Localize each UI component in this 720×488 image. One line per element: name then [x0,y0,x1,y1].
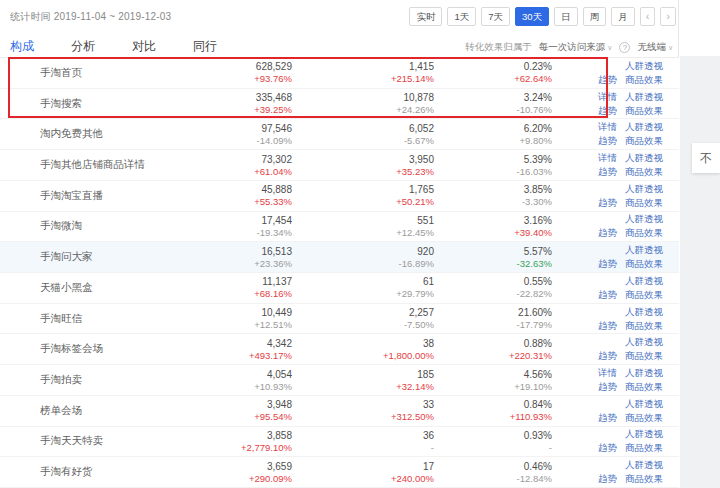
action-link-product-effect[interactable]: 商品效果 [625,473,663,485]
action-link-audience-insight[interactable]: 人群透视 [625,152,663,164]
time-range-button-realtime[interactable]: 实时 [409,7,442,26]
buyers-cell: 551 +12.45% [292,212,434,242]
metric-delta: +240.00% [292,473,434,485]
metric-value: 0.46% [434,460,552,473]
conversion-label: 转化效果归属于 [465,41,532,54]
metric-value: 16,513 [190,245,292,258]
metric-value: 4.56% [434,368,552,381]
metric-value: 1,765 [292,183,434,196]
action-link-trend[interactable]: 趋势 [598,166,617,178]
time-range-button-30d[interactable]: 30天 [515,7,549,26]
time-range-button-7d[interactable]: 7天 [481,7,510,26]
action-link-trend[interactable]: 趋势 [598,442,617,454]
metric-delta: +61.04% [190,166,292,178]
next-period-button[interactable]: › [660,7,676,26]
terminal-select[interactable]: 无线端∨ [637,41,673,54]
action-link-audience-insight[interactable]: 人群透视 [625,121,663,133]
metric-value: 335,468 [190,91,292,104]
action-link-audience-insight[interactable]: 人群透视 [625,367,663,379]
conversion-cell: 21.60% -17.79% [434,304,552,334]
action-link-trend[interactable]: 趋势 [598,350,617,362]
table-row: 榜单会场 3,948 +95.54% 33 +312.50% 0.84% +11… [0,396,679,427]
metric-value: 5.57% [434,245,552,258]
action-link-product-effect[interactable]: 商品效果 [625,166,663,178]
action-link-product-effect[interactable]: 商品效果 [625,320,663,332]
action-link-product-effect[interactable]: 商品效果 [625,442,663,454]
conversion-cell: 3.85% -3.30% [434,181,552,211]
action-link-product-effect[interactable]: 商品效果 [625,412,663,424]
actions-cell: 详情人群透视 趋势商品效果 [552,365,679,395]
action-link-product-effect[interactable]: 商品效果 [625,289,663,301]
action-link-trend[interactable]: 趋势 [598,412,617,424]
action-link-audience-insight[interactable]: 人群透视 [625,306,663,318]
action-link-product-effect[interactable]: 商品效果 [625,105,663,117]
visitors-cell: 3,659 +290.09% [190,457,292,487]
action-link-detail[interactable]: 详情 [598,121,617,133]
tab-peers[interactable]: 同行 [193,38,217,55]
action-link-audience-insight[interactable]: 人群透视 [625,336,663,348]
action-link-trend[interactable]: 趋势 [598,135,617,147]
action-link-detail[interactable]: 详情 [598,91,617,103]
table-row: 手淘旺信 10,449 +12.51% 2,257 -7.50% 21.60% … [0,304,679,335]
action-link-audience-insight[interactable]: 人群透视 [625,428,663,440]
conversion-cell: 5.57% -32.63% [434,242,552,272]
action-link-audience-insight[interactable]: 人群透视 [625,91,663,103]
time-range-button-day[interactable]: 日 [554,7,578,26]
action-link-audience-insight[interactable]: 人群透视 [625,459,663,471]
info-icon[interactable]: ? [619,42,630,53]
time-range-button-month[interactable]: 月 [611,7,635,26]
metric-delta: +35.23% [292,166,434,178]
time-range-button-week[interactable]: 周 [583,7,607,26]
action-link-audience-insight[interactable]: 人群透视 [625,213,663,225]
action-link-product-effect[interactable]: 商品效果 [625,135,663,147]
action-link-audience-insight[interactable]: 人群透视 [625,183,663,195]
action-link-trend[interactable]: 趋势 [598,289,617,301]
action-link-audience-insight[interactable]: 人群透视 [625,60,663,72]
channel-name: 手淘有好货 [0,457,190,487]
feedback-tab[interactable]: 不 [692,143,720,173]
tab-analysis[interactable]: 分析 [71,38,95,55]
action-link-trend[interactable]: 趋势 [598,320,617,332]
action-link-trend[interactable]: 趋势 [598,227,617,239]
action-link-detail[interactable]: 详情 [598,367,617,379]
action-link-product-effect[interactable]: 商品效果 [625,227,663,239]
metric-value: 21.60% [434,306,552,319]
metric-delta: +19.10% [434,381,552,393]
action-link-audience-insight[interactable]: 人群透视 [625,244,663,256]
action-link-trend[interactable]: 趋势 [598,105,617,117]
action-link-product-effect[interactable]: 商品效果 [625,197,663,209]
tab-composition[interactable]: 构成 [10,38,34,55]
action-link-detail[interactable]: 详情 [598,152,617,164]
action-link-product-effect[interactable]: 商品效果 [625,74,663,86]
metric-delta: +62.64% [434,73,552,85]
time-range-button-1d[interactable]: 1天 [447,7,476,26]
channel-name: 手淘首页 [0,58,190,88]
metric-delta: +312.50% [292,411,434,423]
action-link-trend[interactable]: 趋势 [598,74,617,86]
prev-period-button[interactable]: ‹ [640,7,656,26]
action-link-trend[interactable]: 趋势 [598,381,617,393]
buyers-cell: 3,950 +35.23% [292,150,434,180]
metric-value: 36 [292,429,434,442]
attribution-select-value: 每一次访问来源 [539,41,606,52]
action-link-product-effect[interactable]: 商品效果 [625,258,663,270]
action-link-audience-insight[interactable]: 人群透视 [625,275,663,287]
metric-delta: -17.79% [434,319,552,331]
attribution-select[interactable]: 每一次访问来源∨ [539,41,613,54]
metric-delta: +220.31% [434,350,552,362]
channel-name: 手淘问大家 [0,242,190,272]
channel-name: 手淘淘宝直播 [0,181,190,211]
action-link-product-effect[interactable]: 商品效果 [625,381,663,393]
actions-cell: 人群透视 趋势商品效果 [552,181,679,211]
metric-delta: +12.51% [190,319,292,331]
table-row: 手淘淘宝直播 45,888 +55.33% 1,765 +50.21% 3.85… [0,181,679,212]
action-link-trend[interactable]: 趋势 [598,197,617,209]
action-link-trend[interactable]: 趋势 [598,473,617,485]
action-link-trend[interactable]: 趋势 [598,258,617,270]
channel-name: 手淘搜索 [0,89,190,119]
action-link-audience-insight[interactable]: 人群透视 [625,398,663,410]
buyers-cell: 38 +1,800.00% [292,334,434,364]
tab-compare[interactable]: 对比 [132,38,156,55]
metric-value: 0.23% [434,60,552,73]
action-link-product-effect[interactable]: 商品效果 [625,350,663,362]
